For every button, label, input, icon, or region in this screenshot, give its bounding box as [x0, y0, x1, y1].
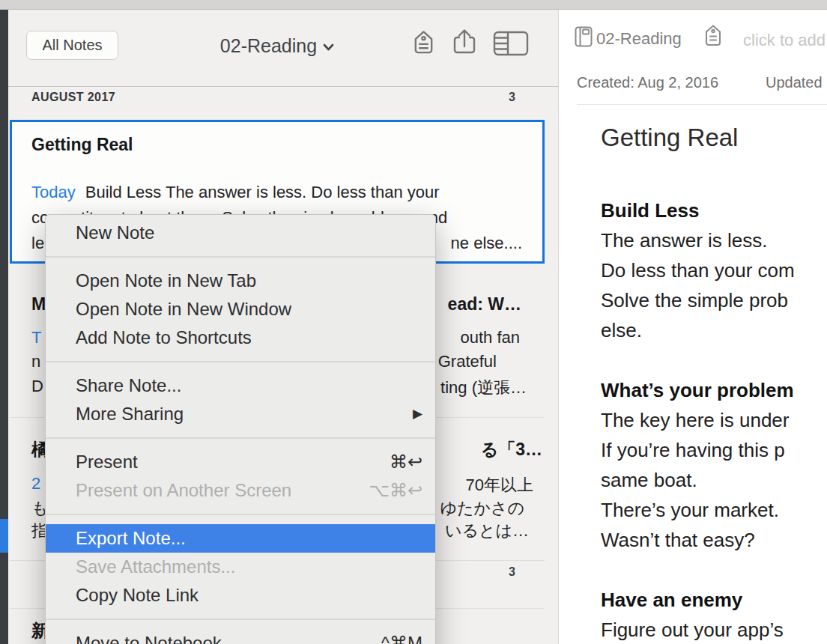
- note-line: Figure out your app’s: [601, 615, 827, 644]
- note-title[interactable]: Getting Real: [601, 124, 738, 152]
- note2-line3-fragment-end: ting (逆張…: [440, 377, 527, 399]
- menu-item-copy-note-link[interactable]: Copy Note Link: [46, 581, 435, 610]
- note-header-divider: [577, 104, 827, 105]
- note-line: Solve the simple prob: [601, 285, 827, 315]
- note-card-snippet-line3-end: ne else....: [451, 234, 522, 253]
- menu-item-share-note[interactable]: Share Note...: [46, 371, 435, 400]
- note2-title-fragment-end: ead: W…: [448, 294, 521, 315]
- menu-shortcut: ⌥⌘↩: [369, 476, 422, 505]
- note-line: If you’re having this p: [601, 435, 827, 465]
- menu-separator: [46, 514, 435, 515]
- note-line: What’s your problem: [601, 375, 827, 405]
- menu-item-present-on-another-screen: ⌥⌘↩Present on Another Screen: [46, 476, 435, 505]
- menu-item-save-attachments: Save Attachments...: [46, 553, 435, 581]
- note-line: The answer is less.: [601, 225, 827, 255]
- note-line: The key here is under: [601, 405, 827, 435]
- share-icon[interactable]: [449, 26, 479, 61]
- menu-item-label: New Note: [76, 222, 154, 243]
- evernote-window: { "window": { "toolbar": { "back_button"…: [0, 0, 827, 644]
- menu-item-export-note[interactable]: Export Note...: [46, 524, 435, 553]
- note-card-date: Today: [31, 183, 76, 201]
- menu-item-present[interactable]: ⌘↩Present: [46, 448, 435, 476]
- note-line: There’s your market.: [601, 495, 827, 525]
- menu-separator: [46, 256, 435, 258]
- note2-line2-fragment-end: Grateful: [438, 352, 497, 371]
- submenu-arrow-icon: ▶: [413, 400, 422, 428]
- menu-item-label: Present on Another Screen: [76, 480, 291, 500]
- note3-title-fragment-end: る「3…: [481, 438, 542, 461]
- note-created-date: Created: Aug 2, 2016: [577, 74, 718, 91]
- note-line-blank: [601, 345, 827, 375]
- tag-icon[interactable]: [409, 28, 438, 59]
- note-card-snippet-line3-start: le: [31, 234, 44, 253]
- note-card-snippet-text: Build Less The answer is less. Do less t…: [85, 183, 440, 201]
- note2-line1-fragment: outh fan: [460, 328, 520, 347]
- note-line: Build Less: [601, 195, 827, 225]
- notebook-title-dropdown[interactable]: 02-Reading: [172, 34, 382, 57]
- menu-item-label: Save Attachments...: [76, 556, 235, 577]
- section-note-count: 3: [479, 91, 515, 104]
- window-title-strip: [0, 0, 827, 10]
- menu-item-label: Copy Note Link: [76, 585, 199, 605]
- note2-line2-fragment-start: n: [31, 352, 40, 371]
- menu-item-add-note-to-shortcuts[interactable]: Add Note to Shortcuts: [46, 323, 435, 352]
- note3-date-fragment: 2: [31, 474, 40, 493]
- menu-item-more-sharing[interactable]: ▶More Sharing: [46, 400, 435, 428]
- menu-item-label: Move to Notebook...: [76, 633, 237, 644]
- menu-item-label: More Sharing: [76, 404, 184, 424]
- chevron-down-icon: [323, 34, 334, 55]
- notebook-icon: [574, 25, 593, 51]
- note-line: Wasn’t that easy?: [601, 525, 827, 555]
- menu-separator: [46, 437, 435, 439]
- note-line-blank: [601, 555, 827, 585]
- menu-shortcut: ⌘↩: [390, 448, 422, 476]
- menu-item-label: Open Note in New Tab: [76, 270, 256, 291]
- note3-line2-fragment-end: ゆたかさの: [440, 497, 524, 520]
- add-tags-input-placeholder[interactable]: click to add: [743, 31, 826, 50]
- note2-line3-fragment-start: D: [31, 377, 43, 396]
- snippet-view-icon[interactable]: [493, 31, 529, 59]
- menu-item-new-note[interactable]: New Note: [46, 219, 435, 247]
- note2-title-fragment-start: M: [31, 294, 46, 315]
- menu-item-open-note-in-new-tab[interactable]: Open Note in New Tab: [46, 267, 435, 295]
- all-notes-button[interactable]: All Notes: [26, 31, 118, 60]
- menu-item-open-note-in-new-window[interactable]: Open Note in New Window: [46, 295, 435, 323]
- menu-item-label: Export Note...: [76, 528, 186, 548]
- tag-icon[interactable]: [703, 24, 723, 49]
- note-line: Have an enemy: [601, 585, 827, 615]
- section2-note-count: 3: [479, 565, 515, 579]
- menu-item-move-to-notebook[interactable]: ^⌘MMove to Notebook...: [46, 629, 435, 644]
- note2-date-fragment: T: [31, 328, 41, 347]
- menu-separator: [46, 619, 435, 620]
- menu-separator: [46, 361, 435, 362]
- section-header-august-2017: AUGUST 2017: [31, 91, 115, 104]
- note-line: Do less than your com: [601, 255, 827, 285]
- note3-line3-fragment-end: いるとは…: [445, 520, 529, 542]
- list-header-divider: [8, 86, 558, 87]
- menu-item-label: Present: [76, 452, 138, 472]
- context-menu: New Note Open Note in New Tab Open Note …: [45, 214, 436, 644]
- note-card-snippet-line1: TodayBuild Less The answer is less. Do l…: [31, 183, 440, 202]
- menu-shortcut: ^⌘M: [381, 629, 422, 644]
- note-updated-date: Updated: [766, 74, 823, 91]
- note-notebook-chip[interactable]: 02-Reading: [596, 29, 682, 49]
- note-editor-panel: 02-Reading click to add Created: Aug 2, …: [559, 10, 827, 644]
- note-line: else.: [601, 315, 827, 345]
- menu-item-label: Share Note...: [76, 375, 181, 395]
- note-line: same boat.: [601, 465, 827, 495]
- notebook-title-label: 02-Reading: [220, 35, 317, 56]
- note-card-title: Getting Real: [31, 135, 133, 155]
- note3-line1-fragment: 70年以上: [466, 474, 533, 496]
- note-content[interactable]: Build Less The answer is less. Do less t…: [601, 195, 827, 644]
- menu-item-label: Add Note to Shortcuts: [76, 327, 252, 347]
- menu-item-label: Open Note in New Window: [76, 299, 291, 319]
- sidebar-selection-indicator: [0, 519, 8, 553]
